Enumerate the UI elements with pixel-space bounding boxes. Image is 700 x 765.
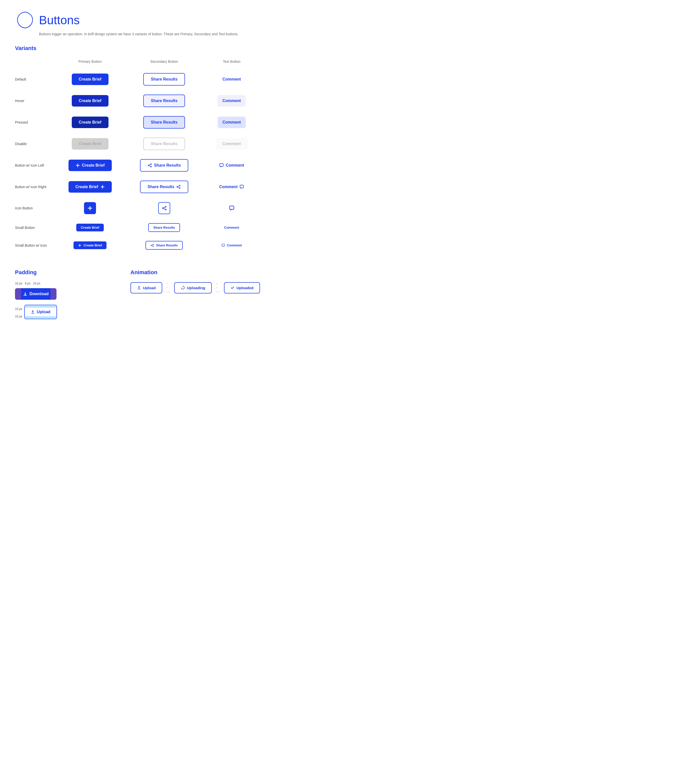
text-icon-right-button[interactable]: Comment	[214, 181, 249, 193]
table-row: Default Create Brief Share Results Comme…	[15, 69, 260, 90]
svg-line-9	[178, 186, 179, 187]
row-label-pressed: Pressed	[15, 112, 55, 133]
variants-section-title: Variants	[15, 45, 260, 52]
text-pressed-button[interactable]: Comment	[218, 116, 246, 128]
variants-table: Primary Button Secondary Button Text But…	[15, 58, 260, 254]
table-row: Pressed Create Brief Share Results Comme…	[15, 112, 260, 133]
check-icon	[231, 286, 234, 290]
svg-line-15	[163, 207, 165, 208]
svg-point-2	[148, 165, 149, 166]
svg-rect-23	[222, 244, 224, 246]
col-header-row	[15, 58, 55, 69]
text-icon-only-button[interactable]	[226, 202, 238, 214]
comment-icon	[229, 205, 234, 211]
padding-vertical-labels: 10 px 10 px	[15, 307, 22, 318]
svg-point-14	[162, 208, 163, 209]
primary-icon-left-button[interactable]: Create Brief	[69, 160, 112, 171]
table-row: Small Button Create Brief Share Results …	[15, 219, 260, 236]
svg-point-19	[153, 246, 154, 247]
table-row: Small Button w/ Icon Create Brief Share …	[15, 236, 260, 254]
download-button[interactable]: Download	[15, 288, 57, 300]
secondary-icon-right-button[interactable]: Share Results	[140, 181, 188, 193]
row-label-default: Default	[15, 69, 55, 90]
spinner-icon	[181, 286, 185, 290]
svg-point-6	[179, 185, 180, 186]
animation-section-title: Animation	[130, 269, 260, 275]
row-label-small-button: Small Button	[15, 219, 55, 236]
svg-point-1	[151, 166, 152, 167]
row-label-icon-button: Icon Button	[15, 198, 55, 219]
upload-padded-button[interactable]: Upload	[24, 305, 57, 319]
table-row: Button w/ Icon Left Create Brief Share R…	[15, 154, 260, 176]
row-label-disable: Disable	[15, 133, 55, 154]
upload-padding-diagram: 10 px 10 px Upload	[15, 305, 121, 319]
comment-icon	[240, 185, 244, 189]
primary-small-icon-button[interactable]: Create Brief	[74, 241, 107, 249]
svg-rect-17	[229, 206, 234, 209]
padding-diagram: Download	[15, 288, 57, 300]
bottom-section: Padding 16 px 8 px 16 px Download 10 px …	[15, 269, 260, 319]
upload-state-button[interactable]: Upload	[130, 282, 162, 293]
secondary-icon-left-button[interactable]: Share Results	[140, 159, 188, 172]
svg-line-16	[163, 208, 165, 209]
table-row: Icon Button	[15, 198, 260, 219]
svg-point-12	[165, 206, 166, 207]
upload-padding-box: Upload	[24, 305, 57, 319]
page-description: Buttons trigger an operation. In brifl d…	[39, 32, 260, 36]
secondary-disabled-button: Share Results	[143, 138, 185, 150]
share-icon	[148, 163, 152, 168]
svg-point-0	[151, 164, 152, 165]
comment-icon	[219, 163, 224, 168]
upload-icon	[31, 310, 35, 314]
primary-pressed-button[interactable]: Create Brief	[72, 116, 108, 128]
secondary-icon-only-button[interactable]	[158, 202, 170, 214]
logo-icon	[15, 10, 35, 30]
svg-line-4	[149, 165, 151, 166]
comment-icon	[221, 244, 225, 247]
col-header-secondary: Secondary Button	[125, 58, 203, 69]
padding-labels-top: 16 px 8 px 16 px	[15, 282, 121, 285]
primary-icon-only-button[interactable]	[84, 202, 96, 214]
text-hover-button[interactable]: Comment	[218, 95, 246, 107]
primary-small-button[interactable]: Create Brief	[76, 224, 104, 231]
svg-point-20	[151, 245, 152, 246]
plus-icon	[87, 205, 93, 211]
svg-point-8	[177, 186, 178, 187]
text-disabled-button: Comment	[215, 138, 248, 150]
svg-rect-11	[240, 185, 243, 188]
secondary-small-button[interactable]: Share Results	[148, 223, 180, 232]
primary-hover-button[interactable]: Create Brief	[72, 95, 108, 107]
padding-section-title: Padding	[15, 269, 121, 275]
secondary-hover-button[interactable]: Share Results	[143, 94, 185, 107]
text-small-icon-button[interactable]: Comment	[217, 241, 246, 249]
upload-icon	[137, 286, 141, 290]
page-header: Buttons	[15, 10, 260, 30]
svg-point-18	[153, 244, 154, 245]
col-header-primary: Primary Button	[55, 58, 125, 69]
svg-line-21	[152, 244, 153, 245]
primary-disabled-button: Create Brief	[72, 138, 108, 150]
animation-arrow-2: −−−›	[216, 282, 220, 294]
primary-icon-right-button[interactable]: Create Brief	[69, 181, 112, 193]
share-icon	[176, 185, 181, 189]
secondary-default-button[interactable]: Share Results	[143, 73, 185, 85]
page-title: Buttons	[39, 13, 80, 27]
text-default-button[interactable]: Comment	[218, 74, 246, 85]
text-small-button[interactable]: Comment	[220, 224, 244, 231]
secondary-pressed-button[interactable]: Share Results	[143, 116, 185, 129]
plus-icon	[78, 244, 82, 247]
secondary-small-icon-button[interactable]: Share Results	[146, 241, 183, 250]
animation-arrow-1: −−−›	[166, 282, 171, 294]
uploading-state-button: Uploading	[174, 282, 212, 293]
col-header-text: Text Button	[203, 58, 260, 69]
primary-default-button[interactable]: Create Brief	[72, 74, 108, 85]
svg-line-3	[149, 164, 151, 165]
plus-icon	[100, 185, 105, 189]
download-icon	[23, 292, 28, 296]
svg-point-13	[165, 209, 166, 210]
plus-icon	[75, 163, 80, 168]
row-label-icon-right: Button w/ Icon Right	[15, 176, 55, 198]
svg-point-7	[179, 187, 180, 189]
text-icon-left-button[interactable]: Comment	[214, 160, 249, 171]
table-row: Disable Create Brief Share Results Comme…	[15, 133, 260, 154]
